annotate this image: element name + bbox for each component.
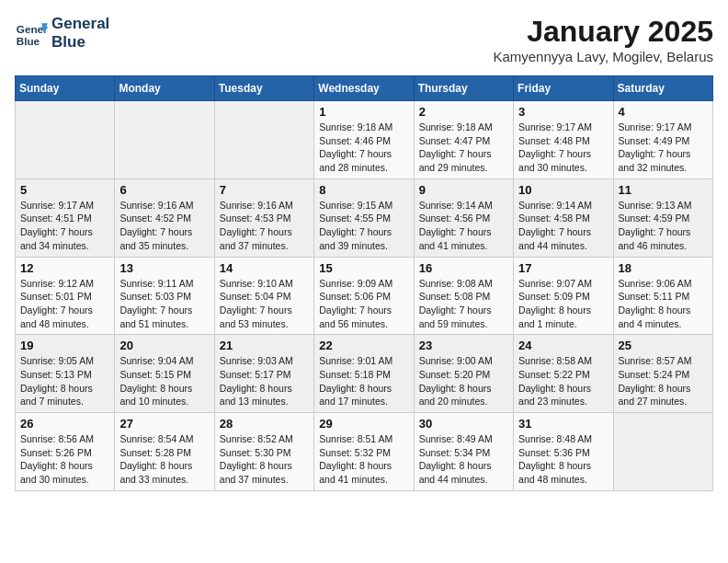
day-number: 31 xyxy=(518,417,608,431)
day-number: 2 xyxy=(419,105,508,119)
calendar-cell: 7Sunrise: 9:16 AMSunset: 4:53 PMDaylight… xyxy=(214,178,313,257)
day-info: Sunrise: 9:03 AMSunset: 5:17 PMDaylight:… xyxy=(220,354,309,408)
calendar-table: SundayMondayTuesdayWednesdayThursdayFrid… xyxy=(15,75,713,491)
day-info: Sunrise: 8:48 AMSunset: 5:36 PMDaylight:… xyxy=(518,432,608,487)
logo: General Blue General Blue xyxy=(15,15,109,51)
svg-text:Blue: Blue xyxy=(17,34,40,46)
calendar-cell: 9Sunrise: 9:14 AMSunset: 4:56 PMDaylight… xyxy=(414,178,513,257)
calendar-cell: 16Sunrise: 9:08 AMSunset: 5:08 PMDayligh… xyxy=(414,257,513,335)
day-info: Sunrise: 8:51 AMSunset: 5:32 PMDaylight:… xyxy=(319,432,408,487)
day-info: Sunrise: 9:08 AMSunset: 5:08 PMDaylight:… xyxy=(419,277,508,331)
page-header: General Blue General Blue January 2025 K… xyxy=(15,15,713,64)
day-number: 8 xyxy=(319,183,408,197)
day-number: 21 xyxy=(220,339,309,352)
day-info: Sunrise: 9:05 AMSunset: 5:13 PMDaylight:… xyxy=(20,354,109,408)
logo-general: General xyxy=(51,15,109,33)
title-block: January 2025 Kamyennyya Lavy, Mogilev, B… xyxy=(493,15,713,64)
day-number: 13 xyxy=(119,261,209,275)
calendar-cell: 27Sunrise: 8:54 AMSunset: 5:28 PMDayligh… xyxy=(115,413,214,491)
day-info: Sunrise: 9:17 AMSunset: 4:48 PMDaylight:… xyxy=(518,121,608,175)
weekday-header-saturday: Saturday xyxy=(613,76,712,101)
day-info: Sunrise: 9:11 AMSunset: 5:03 PMDaylight:… xyxy=(119,277,209,331)
day-info: Sunrise: 8:54 AMSunset: 5:28 PMDaylight:… xyxy=(119,432,209,487)
weekday-header-friday: Friday xyxy=(514,76,613,101)
day-number: 15 xyxy=(319,261,408,275)
calendar-cell: 5Sunrise: 9:17 AMSunset: 4:51 PMDaylight… xyxy=(16,178,115,257)
day-info: Sunrise: 8:52 AMSunset: 5:30 PMDaylight:… xyxy=(220,432,309,487)
day-number: 5 xyxy=(20,183,109,197)
day-number: 24 xyxy=(518,339,608,352)
calendar-cell xyxy=(613,413,712,491)
day-info: Sunrise: 9:14 AMSunset: 4:58 PMDaylight:… xyxy=(518,199,608,253)
day-number: 4 xyxy=(619,105,708,119)
calendar-cell: 11Sunrise: 9:13 AMSunset: 4:59 PMDayligh… xyxy=(613,178,712,257)
day-info: Sunrise: 9:12 AMSunset: 5:01 PMDaylight:… xyxy=(20,277,109,331)
day-number: 7 xyxy=(220,183,309,197)
day-info: Sunrise: 8:58 AMSunset: 5:22 PMDaylight:… xyxy=(518,354,608,408)
calendar-cell: 20Sunrise: 9:04 AMSunset: 5:15 PMDayligh… xyxy=(115,335,214,413)
day-info: Sunrise: 9:06 AMSunset: 5:11 PMDaylight:… xyxy=(619,277,708,331)
calendar-cell xyxy=(16,101,115,179)
day-info: Sunrise: 9:17 AMSunset: 4:51 PMDaylight:… xyxy=(20,199,109,253)
calendar-cell: 4Sunrise: 9:17 AMSunset: 4:49 PMDaylight… xyxy=(613,101,712,179)
day-info: Sunrise: 9:13 AMSunset: 4:59 PMDaylight:… xyxy=(619,199,708,253)
day-number: 12 xyxy=(20,261,109,275)
logo-blue: Blue xyxy=(51,33,109,52)
calendar-cell: 23Sunrise: 9:00 AMSunset: 5:20 PMDayligh… xyxy=(414,335,513,413)
day-info: Sunrise: 9:00 AMSunset: 5:20 PMDaylight:… xyxy=(419,354,508,408)
calendar-cell: 26Sunrise: 8:56 AMSunset: 5:26 PMDayligh… xyxy=(16,413,115,491)
calendar-cell: 6Sunrise: 9:16 AMSunset: 4:52 PMDaylight… xyxy=(115,178,214,257)
calendar-cell: 1Sunrise: 9:18 AMSunset: 4:46 PMDaylight… xyxy=(314,101,414,179)
day-info: Sunrise: 9:16 AMSunset: 4:52 PMDaylight:… xyxy=(119,199,209,253)
day-info: Sunrise: 9:01 AMSunset: 5:18 PMDaylight:… xyxy=(319,354,408,408)
day-number: 10 xyxy=(518,183,608,197)
weekday-header-sunday: Sunday xyxy=(16,76,115,101)
calendar-cell: 14Sunrise: 9:10 AMSunset: 5:04 PMDayligh… xyxy=(214,257,313,335)
weekday-header-thursday: Thursday xyxy=(414,76,513,101)
day-number: 17 xyxy=(518,261,608,275)
calendar-week-4: 19Sunrise: 9:05 AMSunset: 5:13 PMDayligh… xyxy=(16,335,713,413)
calendar-cell: 15Sunrise: 9:09 AMSunset: 5:06 PMDayligh… xyxy=(314,257,414,335)
calendar-cell: 2Sunrise: 9:18 AMSunset: 4:47 PMDaylight… xyxy=(414,101,513,179)
day-number: 28 xyxy=(220,417,309,431)
day-info: Sunrise: 8:57 AMSunset: 5:24 PMDaylight:… xyxy=(619,354,708,408)
weekday-header-monday: Monday xyxy=(115,76,214,101)
calendar-cell: 12Sunrise: 9:12 AMSunset: 5:01 PMDayligh… xyxy=(16,257,115,335)
day-number: 26 xyxy=(20,417,109,431)
calendar-cell: 10Sunrise: 9:14 AMSunset: 4:58 PMDayligh… xyxy=(514,178,613,257)
day-info: Sunrise: 9:07 AMSunset: 5:09 PMDaylight:… xyxy=(518,277,608,331)
day-number: 18 xyxy=(619,261,708,275)
calendar-week-1: 1Sunrise: 9:18 AMSunset: 4:46 PMDaylight… xyxy=(16,101,713,179)
calendar-cell: 8Sunrise: 9:15 AMSunset: 4:55 PMDaylight… xyxy=(314,178,414,257)
day-number: 23 xyxy=(419,339,508,352)
calendar-week-2: 5Sunrise: 9:17 AMSunset: 4:51 PMDaylight… xyxy=(16,178,713,257)
day-info: Sunrise: 9:18 AMSunset: 4:46 PMDaylight:… xyxy=(319,121,408,175)
day-number: 22 xyxy=(319,339,408,352)
calendar-header-row: SundayMondayTuesdayWednesdayThursdayFrid… xyxy=(16,76,713,101)
calendar-cell: 29Sunrise: 8:51 AMSunset: 5:32 PMDayligh… xyxy=(314,413,414,491)
calendar-cell: 31Sunrise: 8:48 AMSunset: 5:36 PMDayligh… xyxy=(514,413,613,491)
weekday-header-wednesday: Wednesday xyxy=(314,76,414,101)
day-number: 29 xyxy=(319,417,408,431)
calendar-week-5: 26Sunrise: 8:56 AMSunset: 5:26 PMDayligh… xyxy=(16,413,713,491)
day-number: 14 xyxy=(220,261,309,275)
day-number: 9 xyxy=(419,183,508,197)
weekday-header-tuesday: Tuesday xyxy=(214,76,313,101)
calendar-cell: 3Sunrise: 9:17 AMSunset: 4:48 PMDaylight… xyxy=(514,101,613,179)
day-number: 16 xyxy=(419,261,508,275)
calendar-cell: 30Sunrise: 8:49 AMSunset: 5:34 PMDayligh… xyxy=(414,413,513,491)
day-info: Sunrise: 8:56 AMSunset: 5:26 PMDaylight:… xyxy=(20,432,109,487)
calendar-cell: 22Sunrise: 9:01 AMSunset: 5:18 PMDayligh… xyxy=(314,335,414,413)
calendar-cell: 18Sunrise: 9:06 AMSunset: 5:11 PMDayligh… xyxy=(613,257,712,335)
calendar-cell: 17Sunrise: 9:07 AMSunset: 5:09 PMDayligh… xyxy=(514,257,613,335)
day-number: 3 xyxy=(518,105,608,119)
location: Kamyennyya Lavy, Mogilev, Belarus xyxy=(493,49,713,64)
day-info: Sunrise: 9:16 AMSunset: 4:53 PMDaylight:… xyxy=(220,199,309,253)
day-info: Sunrise: 9:17 AMSunset: 4:49 PMDaylight:… xyxy=(619,121,708,175)
logo-icon: General Blue xyxy=(15,17,48,50)
day-number: 30 xyxy=(419,417,508,431)
calendar-week-3: 12Sunrise: 9:12 AMSunset: 5:01 PMDayligh… xyxy=(16,257,713,335)
day-info: Sunrise: 9:04 AMSunset: 5:15 PMDaylight:… xyxy=(119,354,209,408)
calendar-cell: 21Sunrise: 9:03 AMSunset: 5:17 PMDayligh… xyxy=(214,335,313,413)
day-number: 25 xyxy=(619,339,708,352)
